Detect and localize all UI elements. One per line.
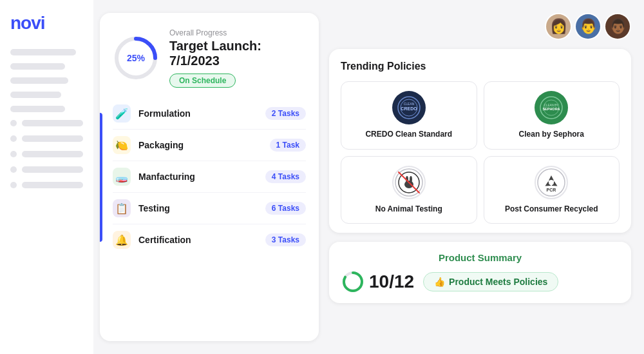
sidebar-dot-item-5[interactable]	[10, 182, 83, 188]
target-launch-text: Target Launch: 7/1/2023	[169, 39, 306, 68]
task-count: 3 Tasks	[265, 233, 306, 246]
credo-label: CREDO Clean Standard	[365, 130, 452, 140]
svg-point-14	[410, 176, 412, 182]
task-name: Packaging	[138, 140, 270, 150]
task-item[interactable]: 📋 Testing 6 Tasks	[113, 193, 306, 224]
sidebar-nav-1[interactable]	[10, 49, 76, 55]
task-icon: 🔔	[113, 231, 131, 249]
trending-title: Trending Policies	[341, 61, 620, 72]
task-icon: 📋	[113, 199, 131, 217]
task-count: 6 Tasks	[265, 202, 306, 215]
policy-item-sephora[interactable]: CLEAN BY SEPHORA Clean by Sephora	[484, 81, 620, 150]
sidebar-dot-icon-3	[10, 151, 17, 157]
sidebar-nav-5[interactable]	[10, 106, 65, 112]
task-count: 4 Tasks	[265, 170, 306, 183]
task-list: 🧪 Formulation 2 Tasks 🍋 Packaging 1 Task…	[113, 98, 306, 255]
sephora-label: Clean by Sephora	[519, 130, 584, 140]
svg-text:SEPHORA: SEPHORA	[543, 107, 560, 111]
policy-item-credo[interactable]: CREDO CLEAN CREDO Clean Standard	[341, 81, 477, 150]
sidebar-nav-3[interactable]	[10, 77, 68, 84]
pcr-icon: PCR	[535, 166, 568, 199]
avatar-1[interactable]: 👩	[545, 13, 572, 40]
main-content: 25% Overall Progress Target Launch: 7/1/…	[93, 0, 644, 354]
header-avatars: 👩 👨 👨🏾	[329, 13, 631, 40]
task-count: 1 Task	[270, 139, 306, 152]
sidebar-dot-item-2[interactable]	[10, 135, 83, 142]
product-summary-title: Product Summary	[342, 252, 618, 263]
task-name: Certification	[138, 235, 265, 245]
meets-policies-badge: 👍 Product Meets Policies	[423, 272, 558, 291]
task-item[interactable]: 🔔 Certification 3 Tasks	[113, 224, 306, 255]
app-logo[interactable]: novi	[10, 13, 83, 34]
task-icon: 🧫	[113, 168, 131, 186]
sidebar-dot-icon-1	[10, 120, 17, 126]
product-score: 10/12	[369, 271, 414, 292]
summary-score: 10/12	[342, 271, 414, 293]
avatar-2[interactable]: 👨	[574, 13, 601, 40]
on-schedule-badge: On Schedule	[169, 74, 236, 88]
svg-text:CREDO: CREDO	[401, 106, 417, 111]
sidebar-dot-item-4[interactable]	[10, 166, 83, 173]
policy-grid: CREDO CLEAN CREDO Clean Standard CLEAN B…	[341, 81, 620, 224]
task-name: Manfacturing	[138, 172, 265, 182]
pcr-label: Post Consumer Recycled	[505, 204, 598, 215]
progress-card: 25% Overall Progress Target Launch: 7/1/…	[100, 13, 319, 341]
sidebar-dot-line-5	[22, 182, 83, 188]
progress-percent: 25%	[127, 53, 145, 63]
overall-progress-label: Overall Progress	[169, 28, 306, 37]
sidebar-dot-item-1[interactable]	[10, 120, 83, 126]
no-animal-testing-icon	[392, 166, 426, 199]
progress-info: Overall Progress Target Launch: 7/1/2023…	[169, 28, 306, 88]
svg-text:CLEAN: CLEAN	[403, 102, 414, 106]
task-item[interactable]: 🧪 Formulation 2 Tasks	[113, 98, 306, 130]
svg-text:PCR: PCR	[547, 188, 556, 192]
meets-policies-emoji: 👍	[434, 277, 445, 287]
svg-point-17	[549, 180, 554, 185]
task-name: Formulation	[138, 108, 265, 119]
active-indicator-bar	[100, 113, 102, 242]
sidebar-dot-list	[10, 120, 83, 188]
task-icon: 🍋	[113, 136, 131, 154]
progress-section: 25% Overall Progress Target Launch: 7/1/…	[113, 28, 306, 88]
sidebar-dot-item-3[interactable]	[10, 151, 83, 157]
animal-testing-label: No Animal Testing	[375, 204, 442, 215]
task-name: Testing	[138, 203, 265, 213]
product-summary-card: Product Summary 10/12 👍 Product Meets Po…	[329, 242, 631, 303]
task-item[interactable]: 🧫 Manfacturing 4 Tasks	[113, 161, 306, 193]
progress-circle: 25%	[113, 35, 159, 81]
trending-policies-card: Trending Policies CREDO CLEAN CREDO Clea…	[329, 49, 631, 233]
sidebar-nav-2[interactable]	[10, 63, 65, 70]
score-ring-icon	[342, 271, 364, 293]
task-count: 2 Tasks	[265, 107, 306, 120]
sidebar-dot-line-2	[22, 135, 83, 142]
policy-item-animal[interactable]: No Animal Testing	[341, 156, 477, 224]
avatar-3[interactable]: 👨🏾	[604, 13, 631, 40]
task-item[interactable]: 🍋 Packaging 1 Task	[113, 130, 306, 161]
summary-bottom: 10/12 👍 Product Meets Policies	[342, 271, 618, 293]
sidebar-nav-4[interactable]	[10, 92, 61, 98]
sidebar-dot-line-3	[22, 151, 83, 157]
sidebar-dot-icon-2	[10, 135, 17, 142]
sephora-icon: CLEAN BY SEPHORA	[535, 91, 568, 124]
meets-policies-label: Product Meets Policies	[449, 277, 547, 287]
sidebar-dot-line-1	[22, 120, 83, 126]
sidebar-dot-line-4	[22, 166, 83, 173]
credo-icon: CREDO CLEAN	[392, 91, 426, 124]
sidebar-dot-icon-5	[10, 182, 17, 188]
policy-item-pcr[interactable]: PCR Post Consumer Recycled	[484, 156, 620, 224]
right-panel: 👩 👨 👨🏾 Trending Policies CRED	[329, 13, 631, 341]
sidebar-dot-icon-4	[10, 166, 17, 173]
task-icon: 🧪	[113, 104, 131, 123]
sidebar: novi	[0, 0, 93, 354]
